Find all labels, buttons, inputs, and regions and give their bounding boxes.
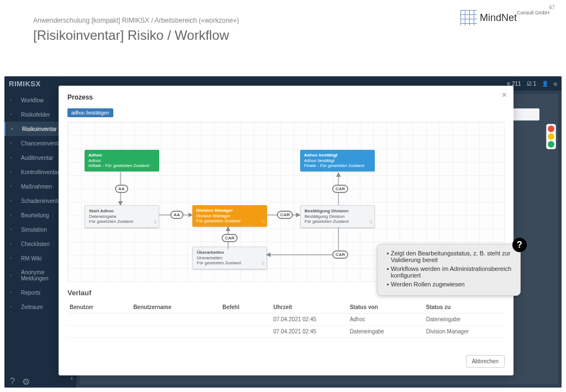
menu-icon: ◦: [10, 183, 17, 190]
menu-icon: ◦: [11, 126, 18, 132]
menu-icon: ◦: [10, 140, 17, 147]
help-icon: ?: [512, 238, 527, 252]
menu-icon: ◦: [10, 272, 17, 279]
mindnet-logo: MindNetConsult GmbH: [460, 10, 549, 25]
sidebar-item-label: Risikoinventar: [22, 126, 57, 132]
sidebar-item-label: Risikofelder: [21, 112, 50, 118]
node-adhoc[interactable]: Adhoc Adhoc Initiale - Für gesetzten Zus…: [85, 150, 159, 171]
cancel-button[interactable]: Abbrechen: [466, 355, 505, 368]
sidebar-item-label: Simulation: [21, 227, 47, 233]
adhoc-confirm-button[interactable]: adhoc bestätigen: [67, 108, 113, 117]
sidebar-item-label: Workflow: [21, 97, 44, 103]
badge-car: CAR: [277, 211, 293, 219]
node-adhoc-confirmed[interactable]: Adhoc bestätigt Adhoc bestätigt Finale -…: [300, 150, 375, 171]
node-bestaetigung-division[interactable]: Bestätigung Division Bestätigung Divisio…: [300, 205, 375, 228]
badge-car: CAR: [332, 185, 348, 193]
tasks-icon[interactable]: ☑ 1: [527, 81, 536, 87]
sidebar-item-label: Beurteilung: [21, 212, 49, 218]
sidebar-item-label: Checklisten: [21, 241, 50, 247]
hand-icon: ☟: [369, 219, 372, 226]
sidebar-item-label: Zeitraum: [21, 304, 43, 310]
sidebar-item-label: Maßnahmen: [21, 184, 52, 190]
user-icon[interactable]: 👤: [542, 81, 548, 87]
sidebar-collapse-icon[interactable]: ‹: [71, 374, 73, 382]
help-tooltip: ? Zeigt den Bearbeitungsstatus, z. B. st…: [377, 244, 521, 296]
menu-icon: ◦: [10, 289, 17, 296]
sidebar-item-label: Kontrollinventar: [21, 169, 59, 175]
page-subtitle: Anwenderschulung [kompakt] RIMIKSX / Arb…: [33, 17, 533, 24]
sidebar-item-label: Schadeninventar: [21, 198, 62, 204]
status-red-icon: [548, 126, 554, 132]
sidebar-item-label: Chanceninventar: [21, 140, 63, 147]
menu-icon: ◦: [10, 226, 17, 233]
menu-icon: ◦: [10, 169, 17, 175]
sidebar-item-label: Auditinventar: [21, 155, 53, 161]
sidebar-item-label: Reports: [21, 290, 40, 296]
traffic-light: [546, 124, 556, 149]
settings-icon[interactable]: ⚙: [22, 377, 30, 384]
badge-car: CAR: [332, 250, 348, 259]
hand-icon: ☟: [262, 219, 265, 225]
history-header: Benutzer Benutzername Befehl Uhrzeit Sta…: [67, 301, 505, 313]
menu-icon: ◦: [10, 197, 17, 204]
menu-icon: ◦: [10, 111, 17, 118]
node-start-adhoc[interactable]: Start Adhoc Dateneingabe Für gesetzten Z…: [85, 205, 159, 228]
modal-title: Prozess: [67, 93, 505, 101]
status-yellow-icon: [548, 133, 554, 140]
menu-icon: ◦: [10, 212, 17, 218]
history-section: Verlauf Benutzer Benutzername Befehl Uhr…: [67, 289, 505, 338]
menu-icon: ◦: [10, 154, 17, 161]
table-row: 07.04.2021 02:45DateneingabeDivision Man…: [67, 326, 505, 338]
app-logo: RIMIKSX: [9, 80, 41, 88]
hand-icon: ☟: [261, 261, 264, 267]
table-row: 07.04.2021 02:45AdhocDateneingabe: [67, 313, 505, 326]
badge-aa: AA: [115, 185, 128, 193]
menu-icon: ◦: [10, 241, 17, 247]
hand-icon: ☟: [154, 219, 156, 226]
page-title: [Risikoinventar] Risiko / Workflow: [33, 28, 533, 43]
menu-icon: ◦: [10, 255, 17, 262]
node-ueberarbeiten[interactable]: Überarbeiten Überarbeiten Für gesetzten …: [192, 247, 267, 269]
page-number: 47: [549, 4, 555, 11]
menu-icon: ◦: [10, 304, 17, 310]
badge-aa: AA: [170, 211, 184, 219]
menu-icon: ◦: [10, 97, 17, 103]
sidebar-item-label: RM Wiki: [21, 255, 41, 262]
workflow-diagram: Adhoc Adhoc Initiale - Für gesetzten Zus…: [67, 122, 505, 282]
help-icon[interactable]: ?: [10, 377, 18, 384]
badge-car: CAR: [222, 234, 238, 242]
logout-icon[interactable]: ⎋: [554, 81, 557, 87]
process-modal: × Prozess adhoc bestätigen Adhoc Adhoc I…: [59, 86, 513, 375]
status-green-icon: [548, 141, 554, 148]
close-icon[interactable]: ×: [502, 90, 507, 100]
node-division-manager[interactable]: Division Manager Division Manager Für ge…: [192, 205, 267, 227]
